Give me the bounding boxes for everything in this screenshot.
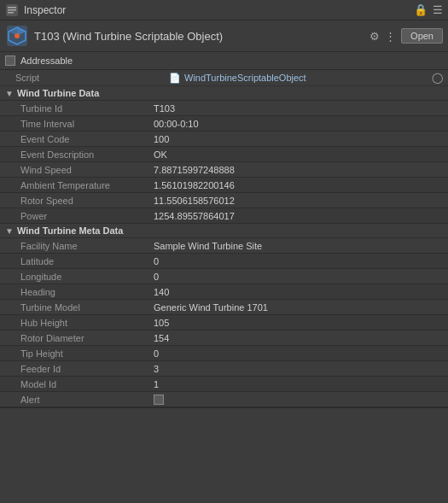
field-label: Longitude (20, 272, 154, 282)
addressable-row: Addressable (0, 52, 448, 70)
field-label: Model Id (20, 379, 154, 389)
wind-turbine-data-fields: Turbine Id T103 Time Interval 00:00-0:10… (0, 101, 448, 224)
script-row: Script 📄 WindTurbineScriptableObject ◯ (0, 70, 448, 86)
data-row: Hub Height 105 (0, 315, 448, 330)
data-row: Feeder Id 3 (0, 361, 448, 377)
field-value[interactable]: OK (154, 149, 443, 160)
field-label: Alert (20, 395, 154, 405)
data-row: Wind Speed 7.88715997248888 (0, 162, 448, 178)
data-row: Rotor Diameter 154 (0, 330, 448, 346)
open-button[interactable]: Open (401, 28, 443, 44)
svg-rect-1 (8, 7, 16, 9)
field-label: Rotor Speed (20, 196, 154, 206)
field-label: Event Code (20, 134, 154, 144)
wind-turbine-data-section[interactable]: ▼ Wind Turbine Data (0, 86, 448, 101)
field-label: Heading (20, 287, 154, 297)
data-row: Heading 140 (0, 284, 448, 300)
svg-point-8 (15, 33, 20, 38)
field-value[interactable]: 100 (154, 134, 443, 144)
inspector-title: Inspector (24, 4, 409, 16)
alert-row: Alert (0, 392, 448, 407)
field-label: Hub Height (20, 318, 154, 328)
field-value[interactable]: Sample Wind Turbine Site (154, 241, 443, 251)
script-file-name[interactable]: WindTurbineScriptableObject (184, 73, 306, 83)
field-value[interactable]: 1 (154, 379, 443, 389)
field-value[interactable]: 00:00-0:10 (154, 119, 443, 129)
wind-turbine-meta-section[interactable]: ▼ Wind Turbine Meta Data (0, 224, 448, 238)
field-label: Wind Speed (20, 165, 154, 175)
inspector-icon (5, 3, 19, 17)
field-label: Rotor Diameter (20, 333, 154, 343)
data-row: Longitude 0 (0, 269, 448, 284)
data-row: Turbine Model Generic Wind Turbine 1701 (0, 300, 448, 315)
object-header: T103 (Wind Turbine Scriptable Object) ⚙ … (0, 20, 448, 52)
data-row: Ambient Temperature 1.56101982200146 (0, 178, 448, 193)
object-header-actions: ⚙ ⋮ Open (369, 28, 443, 44)
alert-checkbox[interactable] (154, 395, 164, 405)
field-label: Turbine Model (20, 302, 154, 313)
svg-rect-2 (8, 9, 16, 11)
field-value[interactable]: 154 (154, 333, 443, 343)
field-value[interactable]: 3 (154, 364, 443, 374)
field-value[interactable]: 11.5506158576012 (154, 196, 443, 206)
data-row: Latitude 0 (0, 254, 448, 269)
field-label: Event Description (20, 149, 154, 160)
field-value[interactable]: 1.56101982200146 (154, 180, 443, 190)
field-label: Time Interval (20, 119, 154, 129)
data-row: Time Interval 00:00-0:10 (0, 116, 448, 132)
data-row: Facility Name Sample Wind Turbine Site (0, 238, 448, 254)
data-row: Power 1254.89557864017 (0, 208, 448, 224)
field-label: Facility Name (20, 241, 154, 251)
addressable-label: Addressable (20, 56, 73, 66)
wind-turbine-meta-title: Wind Turbine Meta Data (17, 225, 123, 236)
field-value[interactable]: 105 (154, 318, 443, 328)
more-icon[interactable]: ☰ (433, 4, 443, 15)
data-row: Tip Height 0 (0, 346, 448, 361)
script-file-icon: 📄 (169, 73, 181, 84)
field-label: Feeder Id (20, 364, 154, 374)
title-bar-actions: 🔒 ☰ (414, 4, 443, 15)
data-row: Model Id 1 (0, 377, 448, 392)
field-label: Turbine Id (20, 103, 154, 114)
field-value[interactable]: 1254.89557864017 (154, 211, 443, 221)
addressable-checkbox[interactable] (5, 56, 15, 66)
svg-rect-3 (8, 12, 14, 14)
title-bar: Inspector 🔒 ☰ (0, 0, 448, 20)
script-value-container: 📄 WindTurbineScriptableObject (169, 73, 432, 84)
field-value[interactable]: 140 (154, 287, 443, 297)
field-value[interactable]: 7.88715997248888 (154, 165, 443, 175)
field-value[interactable]: T103 (154, 103, 443, 114)
object-type-icon (5, 24, 29, 48)
field-label: Latitude (20, 256, 154, 266)
data-row: Event Description OK (0, 147, 448, 162)
wind-turbine-data-title: Wind Turbine Data (17, 88, 99, 98)
lock-icon[interactable]: 🔒 (414, 4, 428, 15)
data-row: Rotor Speed 11.5506158576012 (0, 193, 448, 208)
field-value[interactable]: 0 (154, 256, 443, 266)
script-settings-icon[interactable]: ◯ (432, 72, 443, 84)
data-row: Turbine Id T103 (0, 101, 448, 116)
field-value[interactable]: 0 (154, 272, 443, 282)
settings-icon[interactable]: ⚙ (369, 30, 380, 43)
dots-icon[interactable]: ⋮ (385, 30, 396, 43)
foldout-arrow-meta: ▼ (5, 226, 14, 236)
object-title: T103 (Wind Turbine Scriptable Object) (34, 30, 364, 43)
wind-turbine-meta-fields: Facility Name Sample Wind Turbine Site L… (0, 238, 448, 407)
script-label: Script (15, 73, 169, 83)
field-value[interactable]: Generic Wind Turbine 1701 (154, 302, 443, 313)
field-label: Tip Height (20, 348, 154, 359)
component-block: Script 📄 WindTurbineScriptableObject ◯ ▼… (0, 70, 448, 408)
field-value[interactable]: 0 (154, 348, 443, 359)
foldout-arrow-data: ▼ (5, 89, 14, 98)
field-label: Power (20, 211, 154, 221)
field-label: Ambient Temperature (20, 180, 154, 190)
data-row: Event Code 100 (0, 132, 448, 147)
alert-value (154, 395, 443, 405)
